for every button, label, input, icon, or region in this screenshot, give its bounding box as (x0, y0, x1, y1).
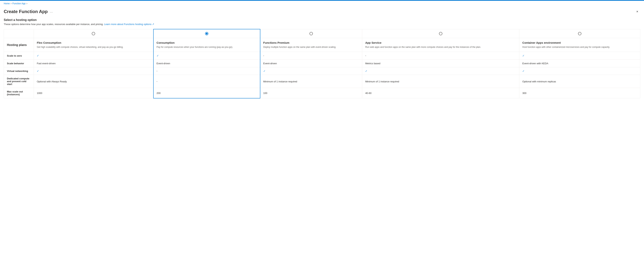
page-container: Create Function App ... × Select a hosti… (0, 6, 644, 104)
appservice-scale-zero-dash: - (365, 54, 366, 57)
container-dedicated-compute-value: Optional with minimum replicas (522, 80, 556, 83)
flex-consumption-desc: Get high scalability with compute choice… (37, 45, 150, 49)
comparison-table: Hosting plans Flex Consumption Get high … (4, 29, 640, 98)
consumption-scale-to-zero: ✓ (154, 52, 260, 60)
appservice-vnet-check: ✓ (365, 69, 368, 72)
container-vnet-check: ✓ (522, 69, 524, 72)
external-link-icon: ↗ (152, 23, 154, 25)
scale-behavior-row: Scale behavior Fast event-driven Event-d… (4, 60, 640, 67)
scale-to-zero-row: Scale to zero ✓ ✓ - - ✓ (4, 52, 640, 60)
app-service-radio[interactable] (439, 32, 442, 35)
consumption-max-scale-out: 200 (154, 88, 260, 98)
consumption-dedicated-compute: - (154, 75, 260, 88)
premium-scale-to-zero: - (260, 52, 362, 60)
dedicated-compute-row: Dedicated compute and prevent cold start… (4, 75, 640, 88)
appservice-dedicated-compute: Minimum of 1 instance required (362, 75, 519, 88)
appservice-dedicated-compute-value: Minimum of 1 instance required (365, 80, 399, 83)
flex-scale-zero-check: ✓ (37, 54, 39, 57)
virtual-networking-label: Virtual networking (4, 67, 34, 75)
breadcrumb-home[interactable]: Home (4, 2, 10, 5)
flex-consumption-radio-container[interactable] (37, 32, 150, 35)
container-apps-desc: Host function apps with other containeri… (522, 45, 637, 49)
appservice-scale-to-zero: - (362, 52, 519, 60)
section-title: Select a hosting option (4, 18, 640, 22)
flex-scale-to-zero: ✓ (34, 52, 154, 60)
consumption-radio[interactable] (205, 32, 208, 35)
flex-dedicated-compute: Optional with Always Ready (34, 75, 154, 88)
premium-max-scale-value: 100 (263, 92, 268, 94)
appservice-virtual-networking: ✓ (362, 67, 519, 75)
functions-premium-header: Functions Premium Deploy multiple functi… (260, 38, 362, 52)
hosting-plans-label: Hosting plans (4, 38, 34, 52)
breadcrumb-function-app[interactable]: Function App (12, 2, 26, 5)
close-button[interactable]: × (634, 8, 640, 14)
page-title-area: Create Function App ... (4, 9, 53, 14)
learn-more-link[interactable]: Learn more about Functions hosting optio… (104, 23, 154, 25)
breadcrumb-sep2: > (26, 2, 28, 5)
functions-premium-name: Functions Premium (263, 41, 359, 44)
radio-row (4, 29, 640, 38)
container-scale-behavior: Event-driven with KEDA (519, 60, 640, 67)
app-service-radio-cell[interactable] (362, 29, 519, 38)
flex-max-scale-out: 1000 (34, 88, 154, 98)
page-header: Create Function App ... × (4, 6, 640, 18)
functions-premium-radio[interactable] (310, 32, 313, 35)
dedicated-compute-label: Dedicated compute and prevent cold start (4, 75, 34, 88)
consumption-virtual-networking: - (154, 67, 260, 75)
flex-vnet-check: ✓ (37, 69, 39, 72)
container-dedicated-compute: Optional with minimum replicas (519, 75, 640, 88)
consumption-vnet-dash: - (156, 69, 158, 72)
container-scale-zero-check: ✓ (522, 54, 524, 57)
container-virtual-networking: ✓ (519, 67, 640, 75)
max-scale-out-row: Max scale out (instances) 1000 200 100 4… (4, 88, 640, 98)
flex-dedicated-compute-value: Optional with Always Ready (37, 80, 67, 83)
container-apps-radio-container[interactable] (522, 32, 637, 35)
section-header: Select a hosting option These options de… (4, 18, 640, 25)
app-service-header: App Service Run web apps and function ap… (362, 38, 519, 52)
appservice-scale-behavior-value: Metrics based (365, 62, 380, 65)
functions-premium-radio-cell[interactable] (260, 29, 362, 38)
app-service-radio-container[interactable] (365, 32, 516, 35)
radio-label-cell (4, 29, 34, 38)
consumption-header: Consumption Pay for compute resources wh… (154, 38, 260, 52)
app-service-name: App Service (365, 41, 516, 44)
consumption-scale-behavior: Event-driven (154, 60, 260, 67)
breadcrumb: Home > Function App > (0, 1, 644, 6)
page-title: Create Function App (4, 9, 48, 14)
premium-scale-zero-dash: - (263, 54, 264, 57)
appservice-max-scale-out: 40-60 (362, 88, 519, 98)
consumption-radio-cell[interactable] (154, 29, 260, 38)
flex-consumption-radio-cell[interactable] (34, 29, 154, 38)
flex-max-scale-value: 1000 (37, 92, 42, 94)
appservice-max-scale-value: 40-60 (365, 92, 371, 94)
max-scale-out-label: Max scale out (instances) (4, 88, 34, 98)
flex-consumption-header: Flex Consumption Get high scalability wi… (34, 38, 154, 52)
section-desc-text: These options determine how your app sca… (4, 23, 104, 25)
container-scale-behavior-value: Event-driven with KEDA (522, 62, 548, 65)
consumption-scale-zero-check: ✓ (156, 54, 159, 57)
premium-vnet-check: ✓ (263, 69, 266, 72)
container-apps-radio[interactable] (578, 32, 582, 35)
flex-consumption-radio[interactable] (92, 32, 95, 35)
app-service-desc: Run web apps and function apps on the sa… (365, 45, 516, 49)
consumption-desc: Pay for compute resources when your func… (156, 45, 257, 49)
consumption-radio-container[interactable] (156, 32, 257, 35)
consumption-max-scale-value: 200 (156, 92, 161, 94)
virtual-networking-row: Virtual networking ✓ - ✓ ✓ ✓ (4, 67, 640, 75)
premium-scale-behavior-value: Event-driven (263, 62, 277, 65)
scale-to-zero-label: Scale to zero (4, 52, 34, 60)
consumption-name: Consumption (156, 41, 257, 44)
functions-premium-radio-container[interactable] (263, 32, 359, 35)
functions-premium-desc: Deploy multiple function apps on the sam… (263, 45, 359, 49)
flex-virtual-networking: ✓ (34, 67, 154, 75)
flex-scale-behavior: Fast event-driven (34, 60, 154, 67)
container-max-scale-value: 300 (522, 92, 526, 94)
premium-scale-behavior: Event-driven (260, 60, 362, 67)
scale-behavior-label: Scale behavior (4, 60, 34, 67)
learn-more-text: Learn more about Functions hosting optio… (104, 23, 152, 25)
container-max-scale-out: 300 (519, 88, 640, 98)
flex-consumption-name: Flex Consumption (37, 41, 150, 44)
more-options-icon[interactable]: ... (50, 10, 53, 13)
container-apps-radio-cell[interactable] (519, 29, 640, 38)
breadcrumb-sep1: > (10, 2, 12, 5)
